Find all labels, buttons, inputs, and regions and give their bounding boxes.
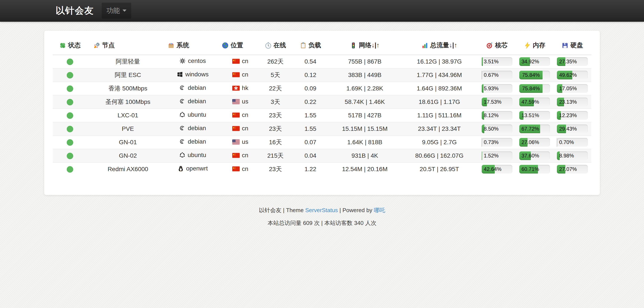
location-code: cn bbox=[242, 112, 248, 118]
powered-by-link[interactable]: 哪吒 bbox=[374, 207, 385, 213]
network-value: 1.69K | 2.28K bbox=[329, 82, 401, 95]
disk-progress-bar: 49.62% bbox=[557, 71, 588, 79]
os-name: ubuntu bbox=[188, 152, 206, 158]
memory-progress-bar: 13.51% bbox=[519, 111, 550, 120]
status-cell bbox=[53, 122, 87, 136]
node-name: Redmi AX6000 bbox=[87, 162, 163, 176]
disk-percent: 12.23% bbox=[559, 112, 577, 118]
cpu-percent: 8.12% bbox=[484, 112, 499, 118]
traffic-value: 23.34T | 23.34T bbox=[401, 122, 478, 136]
memory-percent: 27.06% bbox=[522, 139, 539, 145]
traffic-value: 1.11G | 511.16M bbox=[401, 109, 478, 122]
load-value: 0.04 bbox=[292, 149, 329, 162]
disk-progress-bar: 27.35% bbox=[557, 57, 588, 66]
theme-link[interactable]: ServerStatus bbox=[305, 207, 338, 213]
location-code: hk bbox=[242, 85, 248, 92]
uptime-value: 23天 bbox=[259, 122, 292, 136]
table-row: 阿里轻量 centos cn 262天 0.54 755B | 867B 16.… bbox=[53, 55, 591, 68]
table-row: 阿里 ESC windows cn 5天 0.12 383B | 449B 1.… bbox=[53, 68, 591, 82]
header-status: 状态 bbox=[53, 37, 87, 55]
uptime-value: 215天 bbox=[259, 149, 292, 162]
os-icon bbox=[179, 138, 186, 145]
memory-progress-bar: 60.71% bbox=[519, 165, 550, 173]
uptime-value: 23天 bbox=[259, 109, 292, 122]
os-icon bbox=[177, 71, 183, 78]
load-value: 0.07 bbox=[292, 136, 329, 149]
traffic-value: 16.12G | 38.97G bbox=[401, 55, 478, 68]
status-cell bbox=[53, 162, 87, 176]
network-value: 12.54M | 20.16M bbox=[329, 162, 401, 176]
flag-icon bbox=[232, 86, 240, 91]
memory-percent: 34.92% bbox=[522, 59, 539, 65]
uptime-value: 5天 bbox=[259, 68, 292, 82]
memory-percent: 75.84% bbox=[522, 72, 540, 78]
os-icon bbox=[179, 98, 186, 105]
footer: 以针会友 | Theme ServerStatus | Powered by 哪… bbox=[0, 206, 644, 227]
traffic-value: 80.66G | 162.07G bbox=[401, 149, 478, 162]
os-name: debian bbox=[188, 138, 206, 145]
uptime-value: 22天 bbox=[259, 82, 292, 95]
os-name: debian bbox=[188, 125, 206, 132]
node-name: GN-01 bbox=[87, 136, 163, 149]
status-online-dot bbox=[67, 99, 73, 105]
status-online-dot bbox=[67, 166, 73, 173]
disk-progress-bar: 29.43% bbox=[557, 125, 588, 133]
disk-progress-bar: 17.05% bbox=[557, 84, 588, 93]
table-row: GN-01 debian us 16天 0.07 1.64K | 818B 9.… bbox=[53, 136, 591, 149]
status-online-dot bbox=[67, 153, 73, 159]
menu-features-label: 功能 bbox=[106, 6, 120, 15]
location-code: us bbox=[242, 98, 248, 105]
stopwatch-icon bbox=[265, 42, 272, 49]
lightning-icon bbox=[524, 42, 531, 49]
cpu-progress-bar: 3.51% bbox=[482, 57, 512, 66]
node-name: 香港 500Mbps bbox=[87, 82, 163, 95]
disk-progress-bar: 12.23% bbox=[557, 111, 588, 120]
os-icon bbox=[178, 165, 184, 172]
chevron-down-icon bbox=[122, 9, 126, 12]
brand-link[interactable]: 以针会友 bbox=[56, 4, 94, 17]
header-traffic: 总流量↓|↑ bbox=[401, 37, 478, 55]
os-name: debian bbox=[188, 84, 206, 91]
navbar: 以针会友 功能 bbox=[0, 0, 644, 22]
clipboard-icon bbox=[300, 42, 306, 49]
table-row: Redmi AX6000 openwrt cn 23天 1.22 12.54M … bbox=[53, 162, 591, 176]
card-index-icon bbox=[168, 42, 174, 49]
footer-visit-stats: 本站总访问量 609 次 | 本站访客数 340 人次 bbox=[0, 219, 644, 227]
memory-progress-bar: 75.84% bbox=[519, 71, 550, 79]
os-name: windows bbox=[185, 71, 208, 78]
cpu-progress-bar: 8.50% bbox=[482, 125, 512, 133]
status-online-dot bbox=[67, 85, 73, 92]
flag-icon bbox=[232, 166, 240, 171]
network-value: 1.64K | 818B bbox=[329, 136, 401, 149]
network-value: 15.15M | 15.15M bbox=[329, 122, 401, 136]
network-value: 931B | 4K bbox=[329, 149, 401, 162]
load-value: 1.55 bbox=[292, 122, 329, 136]
status-cell bbox=[53, 109, 87, 122]
disk-progress-bar: 8.98% bbox=[557, 152, 588, 160]
disk-percent: 8.98% bbox=[559, 153, 574, 159]
cpu-progress-bar: 17.53% bbox=[482, 98, 512, 106]
load-value: 0.12 bbox=[292, 68, 329, 82]
cpu-progress-bar: 5.93% bbox=[482, 84, 512, 93]
network-value: 517B | 427B bbox=[329, 109, 401, 122]
disk-percent: 27.07% bbox=[559, 166, 577, 172]
footer-site-name: 以针会友 bbox=[259, 207, 281, 213]
cpu-progress-bar: 0.67% bbox=[482, 71, 512, 79]
node-name: LXC-01 bbox=[87, 109, 163, 122]
load-value: 1.55 bbox=[292, 109, 329, 122]
memory-progress-bar: 34.92% bbox=[519, 57, 550, 66]
menu-features[interactable]: 功能 bbox=[102, 2, 131, 19]
traffic-value: 1.64G | 892.36M bbox=[401, 82, 478, 95]
traffic-light-icon bbox=[350, 42, 357, 49]
status-cell bbox=[53, 95, 87, 109]
os-name: ubuntu bbox=[188, 111, 206, 118]
status-online-dot bbox=[67, 72, 73, 79]
uptime-value: 262天 bbox=[259, 55, 292, 68]
disk-progress-bar: 27.07% bbox=[557, 165, 588, 173]
node-name: 圣何塞 100Mbps bbox=[87, 95, 163, 109]
status-online-dot bbox=[67, 112, 73, 119]
status-online-dot bbox=[67, 59, 73, 65]
location-code: cn bbox=[242, 71, 248, 78]
uptime-value: 16天 bbox=[259, 136, 292, 149]
flag-icon bbox=[232, 72, 240, 77]
